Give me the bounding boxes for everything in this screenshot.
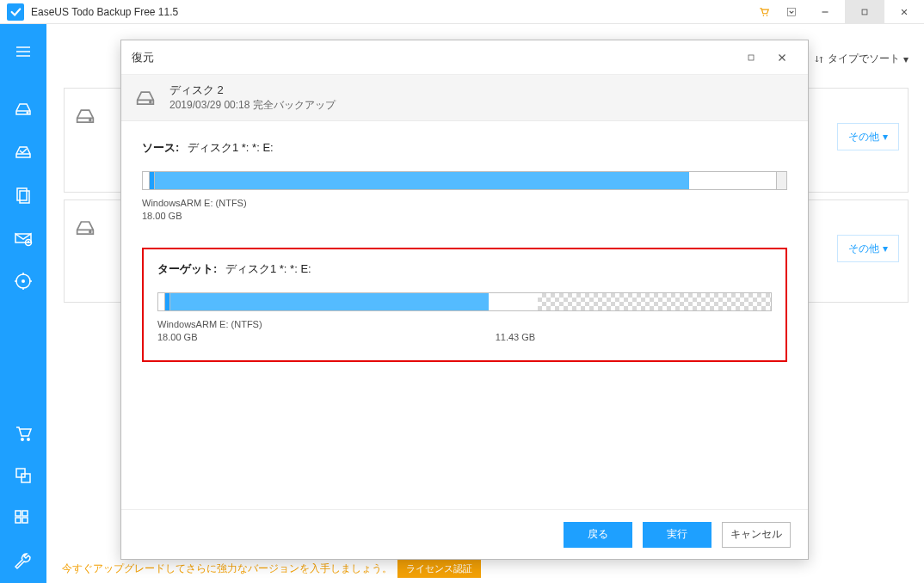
cart-icon[interactable]	[750, 0, 778, 24]
disk-icon	[73, 216, 97, 240]
svg-point-30	[89, 120, 91, 121]
other-button-2[interactable]: その他▾	[837, 235, 899, 262]
mail-backup-icon[interactable]	[0, 217, 46, 260]
run-button[interactable]: 実行	[643, 522, 711, 548]
svg-rect-33	[748, 55, 754, 60]
svg-rect-25	[15, 511, 21, 516]
disk-subtitle: 2019/03/29 00:18 完全バックアップ	[169, 98, 336, 113]
disk-icon	[133, 86, 157, 110]
modal-title: 復元	[132, 50, 154, 65]
file-backup-icon[interactable]	[0, 174, 46, 217]
system-backup-icon[interactable]	[0, 131, 46, 174]
back-button[interactable]: 戻る	[564, 522, 632, 548]
svg-point-1	[767, 15, 768, 16]
svg-rect-27	[15, 518, 21, 523]
svg-point-32	[89, 231, 91, 233]
smart-backup-icon[interactable]	[0, 260, 46, 303]
restore-modal: 復元 ディスク 2 2019/03/29 00:18 完全バックアップ ソース:…	[120, 40, 809, 560]
disk-backup-icon[interactable]	[0, 88, 46, 131]
modal-footer: 戻る 実行 キャンセル	[121, 509, 808, 559]
source-partition-info: WindowsARM E: (NTFS) 18.00 GB	[142, 197, 787, 224]
svg-point-21	[22, 439, 23, 440]
target-highlight-box: ターゲット: ディスク1 *: *: E: WindowsARM E: (NTF…	[142, 248, 787, 362]
svg-point-0	[763, 15, 765, 16]
sidebar	[0, 24, 46, 583]
svg-rect-14	[28, 241, 29, 243]
disk-name: ディスク 2	[169, 83, 336, 98]
app-title: EaseUS Todo Backup Free 11.5	[31, 6, 178, 18]
dropdown-icon[interactable]	[778, 0, 805, 24]
sort-button[interactable]: タイプでソート ▾	[814, 52, 909, 66]
modal-titlebar: 復元	[121, 40, 808, 75]
target-disk-bar[interactable]	[157, 292, 772, 311]
maximize-button[interactable]	[845, 0, 884, 24]
modal-maximize-button[interactable]	[736, 40, 767, 75]
target-row-label: ターゲット: ディスク1 *: *: E:	[157, 261, 772, 277]
upgrade-promo: 今すぐアップグレードしてさらに強力なバージョンを入手しましょう。 ライセンス認証	[62, 560, 481, 578]
minimize-button[interactable]	[805, 0, 845, 24]
source-disk-bar[interactable]	[142, 171, 787, 190]
app-logo	[7, 3, 24, 21]
svg-point-9	[27, 112, 28, 114]
other-button-1[interactable]: その他▾	[837, 123, 899, 150]
tools-icon[interactable]	[0, 497, 46, 540]
svg-rect-2	[787, 8, 795, 15]
target-partition-info: WindowsARM E: (NTFS) 18.00 GB 11.43 GB	[157, 318, 772, 345]
svg-rect-24	[22, 474, 30, 482]
app-titlebar: EaseUS Todo Backup Free 11.5	[0, 0, 924, 24]
modal-close-button[interactable]	[767, 40, 798, 75]
clone-icon[interactable]	[0, 454, 46, 497]
svg-rect-26	[22, 511, 28, 516]
svg-rect-11	[17, 188, 27, 200]
chevron-down-icon: ▾	[903, 53, 909, 65]
source-row-label: ソース: ディスク1 *: *: E:	[142, 140, 787, 156]
promo-text: 今すぐアップグレードしてさらに強力なバージョンを入手しましょう。	[62, 562, 392, 576]
modal-header: ディスク 2 2019/03/29 00:18 完全バックアップ	[121, 75, 808, 121]
license-button[interactable]: ライセンス認証	[397, 560, 481, 578]
cancel-button[interactable]: キャンセル	[722, 522, 791, 548]
svg-rect-12	[20, 191, 29, 203]
svg-rect-28	[22, 518, 28, 523]
settings-icon[interactable]	[0, 540, 46, 583]
svg-point-22	[28, 439, 29, 440]
menu-icon[interactable]	[0, 33, 46, 71]
svg-point-35	[150, 101, 151, 102]
close-button[interactable]	[884, 0, 924, 24]
svg-rect-4	[862, 9, 867, 15]
shop-icon[interactable]	[0, 411, 46, 454]
svg-rect-23	[16, 469, 25, 477]
disk-icon	[73, 104, 97, 128]
sort-label: タイプでソート	[828, 52, 900, 66]
svg-point-16	[22, 279, 25, 283]
